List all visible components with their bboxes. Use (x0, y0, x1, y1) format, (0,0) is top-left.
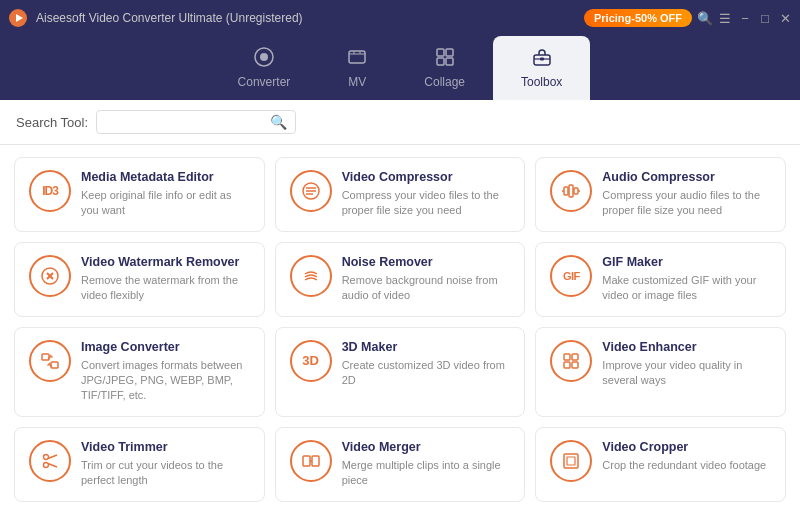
svg-rect-28 (564, 362, 570, 368)
title-bar-right: Pricing-50% OFF 🔍 ☰ − □ ✕ (584, 9, 792, 27)
tool-card-noise-remover[interactable]: Noise RemoverRemove background noise fro… (275, 242, 526, 317)
image-converter-desc: Convert images formats between JPG/JPEG,… (81, 358, 250, 404)
audio-compressor-name: Audio Compressor (602, 170, 771, 184)
video-watermark-remover-text: Video Watermark RemoverRemove the waterm… (81, 255, 250, 304)
tab-mv[interactable]: MV (318, 36, 396, 100)
tool-card-video-merger[interactable]: Video MergerMerge multiple clips into a … (275, 427, 526, 502)
main-content: ID3Media Metadata EditorKeep original fi… (0, 145, 800, 515)
tool-card-image-converter[interactable]: Image ConverterConvert images formats be… (14, 327, 265, 417)
audio-compressor-text: Audio CompressorCompress your audio file… (602, 170, 771, 219)
svg-rect-34 (303, 456, 310, 466)
tab-toolbox-label: Toolbox (521, 75, 562, 89)
video-watermark-remover-icon (29, 255, 71, 297)
video-enhancer-icon (550, 340, 592, 382)
menu-button[interactable]: ☰ (718, 11, 732, 25)
svg-rect-24 (42, 354, 49, 360)
svg-rect-26 (564, 354, 570, 360)
svg-rect-38 (567, 457, 575, 465)
noise-remover-desc: Remove background noise from audio of vi… (342, 273, 511, 304)
search-input[interactable] (105, 115, 264, 129)
tool-card-media-metadata-editor[interactable]: ID3Media Metadata EditorKeep original fi… (14, 157, 265, 232)
video-compressor-name: Video Compressor (342, 170, 511, 184)
svg-rect-35 (312, 456, 319, 466)
search-bar: Search Tool: 🔍 (0, 100, 800, 145)
collage-icon (434, 46, 456, 71)
pricing-button[interactable]: Pricing-50% OFF (584, 9, 692, 27)
search-icon: 🔍 (270, 114, 287, 130)
tool-card-video-cropper[interactable]: Video CropperCrop the redundant video fo… (535, 427, 786, 502)
search-window-button[interactable]: 🔍 (698, 11, 712, 25)
video-cropper-text: Video CropperCrop the redundant video fo… (602, 440, 766, 473)
tab-converter-label: Converter (238, 75, 291, 89)
media-metadata-editor-name: Media Metadata Editor (81, 170, 250, 184)
search-input-wrap: 🔍 (96, 110, 296, 134)
video-enhancer-desc: Improve your video quality in several wa… (602, 358, 771, 389)
tab-collage-label: Collage (424, 75, 465, 89)
3d-maker-name: 3D Maker (342, 340, 511, 354)
toolbox-icon (531, 46, 553, 71)
gif-maker-icon: GIF (550, 255, 592, 297)
video-compressor-desc: Compress your video files to the proper … (342, 188, 511, 219)
tool-card-gif-maker[interactable]: GIFGIF MakerMake customized GIF with you… (535, 242, 786, 317)
maximize-button[interactable]: □ (758, 11, 772, 25)
tool-card-audio-compressor[interactable]: Audio CompressorCompress your audio file… (535, 157, 786, 232)
close-button[interactable]: ✕ (778, 11, 792, 25)
svg-rect-11 (540, 58, 544, 61)
tab-toolbox[interactable]: Toolbox (493, 36, 590, 100)
video-watermark-remover-desc: Remove the watermark from the video flex… (81, 273, 250, 304)
tool-card-video-enhancer[interactable]: Video EnhancerImprove your video quality… (535, 327, 786, 417)
video-trimmer-text: Video TrimmerTrim or cut your videos to … (81, 440, 250, 489)
app-title: Aiseesoft Video Converter Ultimate (Unre… (36, 11, 303, 25)
tool-card-video-trimmer[interactable]: Video TrimmerTrim or cut your videos to … (14, 427, 265, 502)
tool-card-3d-maker[interactable]: 3D3D MakerCreate customized 3D video fro… (275, 327, 526, 417)
search-label: Search Tool: (16, 115, 88, 130)
title-bar-left: Aiseesoft Video Converter Ultimate (Unre… (8, 8, 303, 28)
mv-icon (346, 46, 368, 71)
svg-rect-5 (437, 49, 444, 56)
tool-card-video-watermark-remover[interactable]: Video Watermark RemoverRemove the waterm… (14, 242, 265, 317)
media-metadata-editor-desc: Keep original file info or edit as you w… (81, 188, 250, 219)
media-metadata-editor-icon: ID3 (29, 170, 71, 212)
tab-collage[interactable]: Collage (396, 36, 493, 100)
svg-rect-4 (349, 51, 365, 63)
video-enhancer-name: Video Enhancer (602, 340, 771, 354)
svg-rect-18 (574, 188, 578, 194)
svg-line-33 (48, 463, 57, 467)
3d-maker-icon: 3D (290, 340, 332, 382)
image-converter-name: Image Converter (81, 340, 250, 354)
video-merger-icon (290, 440, 332, 482)
video-enhancer-text: Video EnhancerImprove your video quality… (602, 340, 771, 389)
tools-grid: ID3Media Metadata EditorKeep original fi… (14, 157, 786, 502)
3d-maker-text: 3D MakerCreate customized 3D video from … (342, 340, 511, 389)
svg-rect-17 (569, 185, 573, 197)
svg-rect-6 (446, 49, 453, 56)
video-cropper-desc: Crop the redundant video footage (602, 458, 766, 473)
video-watermark-remover-name: Video Watermark Remover (81, 255, 250, 269)
image-converter-icon (29, 340, 71, 382)
tool-card-video-compressor[interactable]: Video CompressorCompress your video file… (275, 157, 526, 232)
nav-bar: Converter MV Collage (0, 36, 800, 100)
video-cropper-name: Video Cropper (602, 440, 766, 454)
video-compressor-icon (290, 170, 332, 212)
svg-rect-29 (572, 362, 578, 368)
audio-compressor-icon (550, 170, 592, 212)
svg-point-31 (44, 462, 49, 467)
svg-line-32 (48, 455, 57, 459)
svg-point-3 (260, 53, 268, 61)
svg-rect-25 (51, 362, 58, 368)
svg-rect-8 (446, 58, 453, 65)
svg-rect-37 (564, 454, 578, 468)
noise-remover-text: Noise RemoverRemove background noise fro… (342, 255, 511, 304)
gif-maker-name: GIF Maker (602, 255, 771, 269)
svg-rect-16 (564, 187, 568, 195)
svg-rect-7 (437, 58, 444, 65)
video-merger-text: Video MergerMerge multiple clips into a … (342, 440, 511, 489)
video-cropper-icon (550, 440, 592, 482)
gif-maker-desc: Make customized GIF with your video or i… (602, 273, 771, 304)
video-merger-name: Video Merger (342, 440, 511, 454)
video-trimmer-desc: Trim or cut your videos to the perfect l… (81, 458, 250, 489)
video-trimmer-name: Video Trimmer (81, 440, 250, 454)
minimize-button[interactable]: − (738, 11, 752, 25)
gif-maker-text: GIF MakerMake customized GIF with your v… (602, 255, 771, 304)
tab-converter[interactable]: Converter (210, 36, 319, 100)
